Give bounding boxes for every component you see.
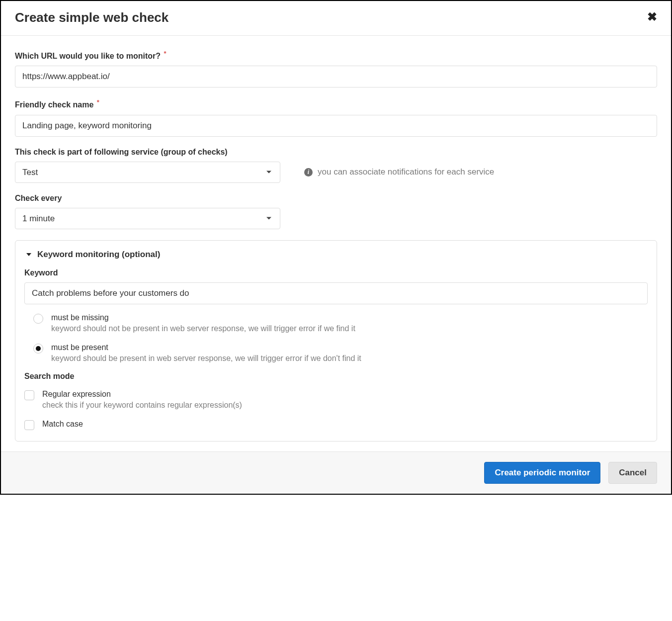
modal-header: Create simple web check ✖ xyxy=(1,1,671,36)
radio-content: must be missing keyword should not be pr… xyxy=(51,313,648,333)
keyword-monitoring-panel: Keyword monitoring (optional) Keyword mu… xyxy=(15,240,657,442)
keyword-panel-title: Keyword monitoring (optional) xyxy=(37,250,160,260)
checkbox-icon[interactable] xyxy=(24,390,34,400)
keyword-label: Keyword xyxy=(24,268,648,277)
keyword-input[interactable] xyxy=(24,282,648,304)
close-icon[interactable]: ✖ xyxy=(647,11,657,23)
check-desc: check this if your keyword contains regu… xyxy=(42,401,648,410)
radio-must-be-present[interactable]: must be present keyword should be presen… xyxy=(24,343,648,363)
service-hint-text: you can associate notifications for each… xyxy=(318,167,494,177)
radio-desc: keyword should be present in web server … xyxy=(51,354,648,363)
create-periodic-monitor-button[interactable]: Create periodic monitor xyxy=(484,462,600,484)
service-select-wrap: Test xyxy=(15,162,280,183)
keyword-mode-radio-group: must be missing keyword should not be pr… xyxy=(24,313,648,363)
friendly-name-input[interactable] xyxy=(15,115,657,137)
url-input[interactable] xyxy=(15,66,657,88)
required-mark: * xyxy=(164,50,166,57)
search-mode-checks: Regular expression check this if your ke… xyxy=(24,390,648,430)
search-mode-label: Search mode xyxy=(24,372,648,381)
url-field-group: Which URL would you like to monitor? * xyxy=(15,50,657,88)
service-label: This check is part of following service … xyxy=(15,148,657,157)
url-label-text: Which URL would you like to monitor? xyxy=(15,52,161,60)
modal-footer: Create periodic monitor Cancel xyxy=(1,451,671,494)
service-field-group: This check is part of following service … xyxy=(15,148,657,183)
radio-desc: keyword should not be present in web ser… xyxy=(51,324,648,333)
radio-icon[interactable] xyxy=(33,344,43,354)
radio-must-be-missing[interactable]: must be missing keyword should not be pr… xyxy=(24,313,648,333)
modal-title: Create simple web check xyxy=(15,10,168,25)
check-content: Match case xyxy=(42,420,648,429)
radio-label: must be present xyxy=(51,343,648,352)
keyword-panel-header[interactable]: Keyword monitoring (optional) xyxy=(24,250,648,260)
info-icon: i xyxy=(304,168,313,177)
radio-content: must be present keyword should be presen… xyxy=(51,343,648,363)
radio-label: must be missing xyxy=(51,313,648,322)
checkbox-regular-expression[interactable]: Regular expression check this if your ke… xyxy=(24,390,648,410)
frequency-select[interactable]: 1 minute xyxy=(15,208,280,229)
frequency-field-group: Check every 1 minute xyxy=(15,194,657,229)
frequency-label: Check every xyxy=(15,194,657,203)
create-web-check-modal: Create simple web check ✖ Which URL woul… xyxy=(0,0,672,495)
radio-icon[interactable] xyxy=(33,314,43,324)
friendly-name-field-group: Friendly check name * xyxy=(15,98,657,136)
required-mark: * xyxy=(97,98,99,106)
chevron-down-icon xyxy=(26,253,31,256)
friendly-name-label: Friendly check name * xyxy=(15,98,657,109)
check-content: Regular expression check this if your ke… xyxy=(42,390,648,410)
frequency-select-wrap: 1 minute xyxy=(15,208,280,229)
cancel-button[interactable]: Cancel xyxy=(608,462,657,484)
friendly-name-label-text: Friendly check name xyxy=(15,101,93,109)
service-hint: i you can associate notifications for ea… xyxy=(304,167,494,177)
modal-body: Which URL would you like to monitor? * F… xyxy=(1,36,671,451)
service-select[interactable]: Test xyxy=(15,162,280,183)
check-label: Match case xyxy=(42,420,648,429)
checkbox-match-case[interactable]: Match case xyxy=(24,420,648,430)
service-row: Test i you can associate notifications f… xyxy=(15,162,657,183)
check-label: Regular expression xyxy=(42,390,648,399)
url-label: Which URL would you like to monitor? * xyxy=(15,50,657,61)
checkbox-icon[interactable] xyxy=(24,420,34,430)
